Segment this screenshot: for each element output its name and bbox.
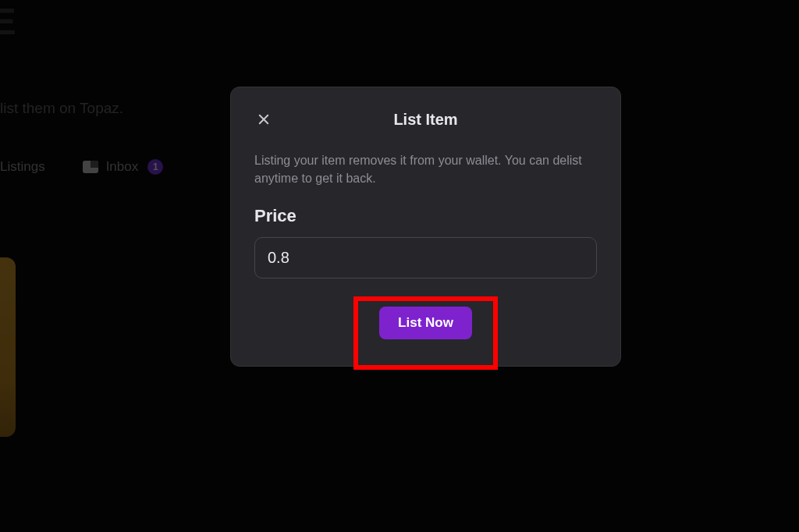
- button-row: List Now: [254, 307, 597, 339]
- close-icon: [257, 112, 271, 126]
- price-label: Price: [254, 206, 597, 226]
- price-input[interactable]: [254, 237, 597, 278]
- modal-header: List Item: [254, 109, 597, 129]
- modal-title: List Item: [254, 111, 597, 129]
- close-button[interactable]: [254, 110, 273, 129]
- list-now-button[interactable]: List Now: [379, 307, 472, 339]
- modal-description: Listing your item removes it from your w…: [254, 151, 597, 187]
- list-item-modal: List Item Listing your item removes it f…: [230, 87, 621, 367]
